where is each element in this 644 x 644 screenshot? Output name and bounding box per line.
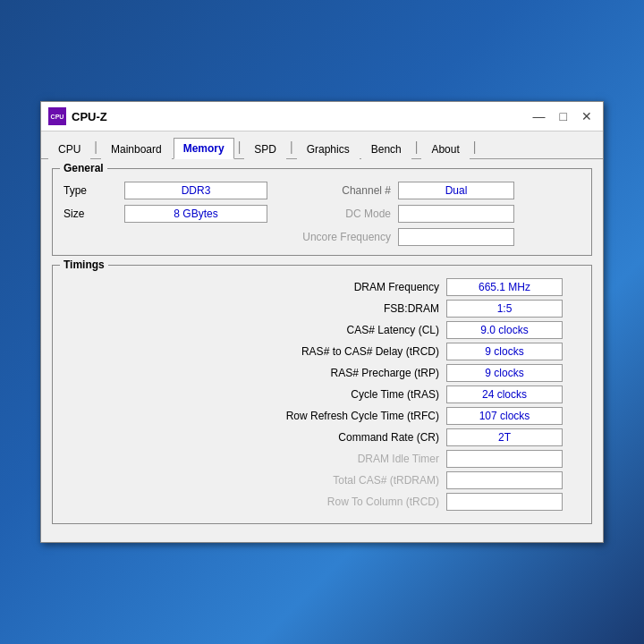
timing-value-fsb: 1:5 (446, 300, 563, 318)
uncore-label: Uncore Frequency (275, 231, 391, 243)
timing-row-trdram: Total CAS# (tRDRAM) (64, 471, 580, 489)
tab-mainboard[interactable]: Mainboard (101, 139, 172, 159)
window-controls: — □ ✕ (530, 110, 596, 123)
timings-group-label: Timings (60, 258, 108, 271)
timing-name-idle: DRAM Idle Timer (64, 453, 439, 465)
app-icon: CPU (48, 107, 66, 125)
tab-sep-1: | (92, 140, 99, 154)
timing-name-tras: Cycle Time (tRAS) (64, 388, 439, 401)
channel-value: Dual (398, 182, 514, 199)
general-group-label: General (60, 162, 107, 174)
tab-sep-4: | (413, 140, 420, 154)
minimize-button[interactable]: — (530, 110, 549, 123)
cpu-z-window: CPU CPU-Z — □ ✕ CPU | Mainboard Memory |… (40, 101, 604, 543)
timing-name-row-to-col: Row To Column (tRCD) (64, 496, 439, 508)
tab-sep-5: | (471, 140, 479, 154)
timings-group: Timings DRAM Frequency 665.1 MHz FSB:DRA… (52, 265, 592, 524)
timing-name-trfc: Row Refresh Cycle Time (tRFC) (64, 410, 439, 422)
timing-value-dram-freq: 665.1 MHz (446, 278, 563, 296)
timing-name-trdram: Total CAS# (tRDRAM) (64, 474, 439, 487)
timing-name-cr: Command Rate (CR) (64, 431, 439, 444)
timing-row-dram-freq: DRAM Frequency 665.1 MHz (64, 278, 580, 296)
timing-row-trcd: RAS# to CAS# Delay (tRCD) 9 clocks (64, 343, 580, 360)
title-bar: CPU CPU-Z — □ ✕ (41, 102, 603, 131)
timing-row-tras: Cycle Time (tRAS) 24 clocks (64, 386, 580, 403)
timing-value-cas: 9.0 clocks (446, 321, 563, 339)
type-value: DDR3 (124, 182, 267, 199)
timing-value-trdram (446, 471, 563, 489)
timing-value-trfc: 107 clocks (446, 407, 563, 425)
timing-row-trfc: Row Refresh Cycle Time (tRFC) 107 clocks (64, 407, 580, 425)
timing-name-dram-freq: DRAM Frequency (64, 281, 439, 293)
uncore-value (398, 228, 514, 246)
timing-name-trp: RAS# Precharge (tRP) (64, 367, 439, 379)
timing-value-row-to-col (446, 493, 563, 511)
timing-value-trp: 9 clocks (446, 364, 563, 382)
main-content: General Type DDR3 Channel # Dual Size 8 … (41, 159, 603, 542)
general-group: General Type DDR3 Channel # Dual Size 8 … (52, 168, 592, 256)
timing-value-cr: 2T (446, 428, 563, 446)
timing-name-cas: CAS# Latency (CL) (64, 324, 439, 336)
maximize-button[interactable]: □ (556, 110, 571, 123)
tab-memory[interactable]: Memory (174, 138, 234, 159)
tab-sep-3: | (288, 140, 295, 154)
tab-bench[interactable]: Bench (361, 139, 411, 159)
timing-row-cr: Command Rate (CR) 2T (64, 428, 580, 446)
timing-value-tras: 24 clocks (446, 386, 563, 403)
timing-row-idle: DRAM Idle Timer (64, 450, 580, 468)
timing-row-row-to-col: Row To Column (tRCD) (64, 493, 580, 511)
timing-row-trp: RAS# Precharge (tRP) 9 clocks (64, 364, 580, 382)
dc-mode-label: DC Mode (275, 208, 391, 220)
tab-graphics[interactable]: Graphics (297, 139, 360, 159)
size-value: 8 GBytes (124, 205, 267, 223)
tab-bar: CPU | Mainboard Memory | SPD | Graphics … (41, 131, 603, 159)
timing-value-trcd: 9 clocks (446, 343, 563, 360)
tab-spd[interactable]: SPD (244, 139, 286, 159)
timing-name-fsb: FSB:DRAM (64, 302, 439, 315)
tab-sep-2: | (236, 140, 243, 154)
tab-cpu[interactable]: CPU (48, 139, 90, 159)
size-label: Size (64, 208, 117, 220)
dc-mode-value (398, 205, 514, 223)
timing-row-cas: CAS# Latency (CL) 9.0 clocks (64, 321, 580, 339)
timings-rows: DRAM Frequency 665.1 MHz FSB:DRAM 1:5 CA… (64, 278, 580, 511)
timing-name-trcd: RAS# to CAS# Delay (tRCD) (64, 345, 439, 358)
tab-about[interactable]: About (421, 139, 469, 159)
timing-row-fsb: FSB:DRAM 1:5 (64, 300, 580, 318)
type-label: Type (64, 184, 117, 197)
close-button[interactable]: ✕ (578, 110, 596, 123)
channel-label: Channel # (275, 184, 391, 197)
timing-value-idle (446, 450, 563, 468)
window-title: CPU-Z (72, 110, 524, 123)
